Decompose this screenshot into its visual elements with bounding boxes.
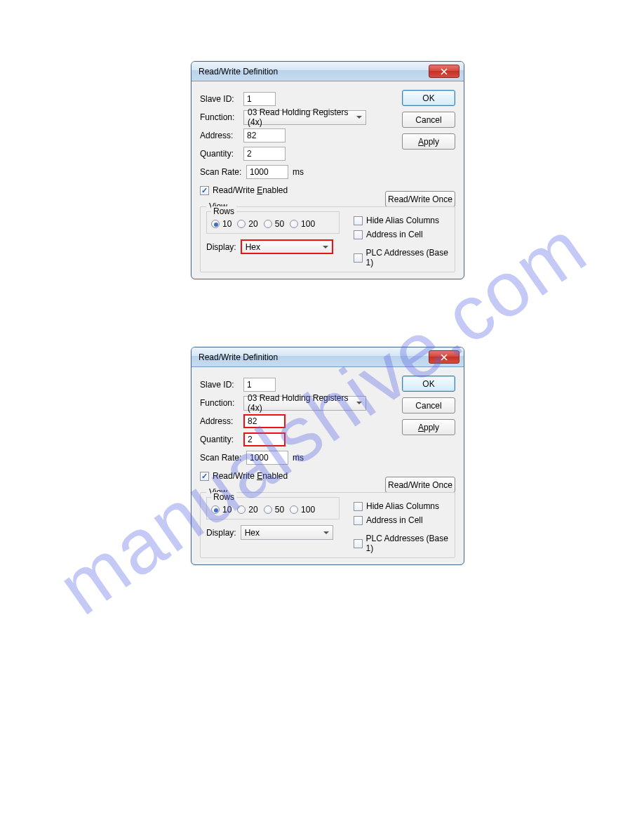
hide-alias-checkbox[interactable]: Hide Alias Columns <box>354 501 439 511</box>
display-value: Hex <box>246 242 260 252</box>
titlebar[interactable]: Read/Write Definition <box>192 348 464 367</box>
hide-alias-label: Hide Alias Columns <box>366 501 439 511</box>
function-select[interactable]: 03 Read Holding Registers (4x) <box>243 110 366 125</box>
slave-id-input[interactable] <box>243 378 276 392</box>
rows-legend: Rows <box>211 206 236 216</box>
address-in-cell-label: Address in Cell <box>366 230 423 239</box>
scan-rate-label: Scan Rate: <box>200 453 246 463</box>
checkbox-icon <box>354 516 363 525</box>
address-input[interactable] <box>243 414 286 428</box>
checkbox-icon <box>200 472 209 481</box>
quantity-input[interactable] <box>243 432 286 446</box>
slave-id-label: Slave ID: <box>200 94 243 104</box>
rows-10-radio[interactable]: 10 <box>211 505 232 515</box>
radio-icon <box>211 505 220 514</box>
checkbox-icon <box>354 539 363 548</box>
function-label: Function: <box>200 112 243 122</box>
plc-label: PLC Addresses (Base 1) <box>366 248 455 267</box>
scan-rate-input[interactable] <box>246 165 288 179</box>
address-in-cell-label: Address in Cell <box>366 515 423 525</box>
checkbox-icon <box>354 216 363 225</box>
rows-10-radio[interactable]: 10 <box>211 219 232 229</box>
rows-50-radio[interactable]: 50 <box>264 505 284 515</box>
radio-icon <box>211 220 220 228</box>
rw-enabled-label: Read/Write Enabled <box>213 185 288 195</box>
quantity-input[interactable] <box>243 147 286 161</box>
radio-icon <box>237 220 246 228</box>
rows-20-radio[interactable]: 20 <box>237 505 257 515</box>
plc-label: PLC Addresses (Base 1) <box>366 534 455 553</box>
quantity-label: Quantity: <box>200 435 243 444</box>
radio-icon <box>237 505 246 514</box>
rows-100-label: 100 <box>301 219 315 229</box>
display-value: Hex <box>245 528 260 538</box>
plc-addresses-checkbox[interactable]: PLC Addresses (Base 1) <box>354 534 455 553</box>
radio-icon <box>264 505 272 514</box>
read-write-once-button[interactable]: Read/Write Once <box>385 477 455 493</box>
scan-rate-input[interactable] <box>246 451 288 465</box>
ok-button[interactable]: OK <box>402 90 455 106</box>
rows-50-label: 50 <box>275 219 284 229</box>
rw-enabled-checkbox[interactable]: Read/Write Enabled <box>200 185 288 195</box>
checkbox-icon <box>354 230 363 239</box>
rows-legend: Rows <box>211 492 236 502</box>
view-group: View Rows 10 20 50 100 Hide Alias Column… <box>200 206 455 272</box>
rows-10-label: 10 <box>222 505 232 515</box>
close-icon <box>441 354 448 361</box>
checkbox-icon <box>354 502 363 511</box>
apply-button[interactable]: Apply <box>402 419 455 435</box>
hide-alias-checkbox[interactable]: Hide Alias Columns <box>354 216 439 225</box>
titlebar[interactable]: Read/Write Definition <box>192 62 464 81</box>
read-write-definition-dialog-2: Read/Write Definition Slave ID: Function… <box>191 347 464 565</box>
cancel-button[interactable]: Cancel <box>402 112 455 128</box>
display-label: Display: <box>206 242 236 252</box>
address-label: Address: <box>200 416 243 426</box>
dialog-title: Read/Write Definition <box>199 352 429 362</box>
function-select[interactable]: 03 Read Holding Registers (4x) <box>243 396 366 411</box>
function-value: 03 Read Holding Registers (4x) <box>248 393 353 413</box>
scan-rate-unit: ms <box>293 453 304 463</box>
rows-50-label: 50 <box>275 505 284 515</box>
close-button[interactable] <box>429 350 459 364</box>
radio-icon <box>264 220 272 228</box>
address-input[interactable] <box>243 128 286 143</box>
rows-100-radio[interactable]: 100 <box>290 219 315 229</box>
scan-rate-unit: ms <box>293 167 304 177</box>
radio-icon <box>290 220 298 228</box>
dialog-title: Read/Write Definition <box>199 67 429 77</box>
slave-id-label: Slave ID: <box>200 380 243 390</box>
rows-group: Rows 10 20 50 100 <box>206 211 340 234</box>
display-select[interactable]: Hex <box>241 525 333 540</box>
ok-button[interactable]: OK <box>402 376 455 392</box>
close-button[interactable] <box>429 65 459 78</box>
scan-rate-label: Scan Rate: <box>200 167 246 177</box>
address-label: Address: <box>200 131 243 140</box>
rows-10-label: 10 <box>222 219 232 229</box>
address-in-cell-checkbox[interactable]: Address in Cell <box>354 230 439 239</box>
quantity-label: Quantity: <box>200 149 243 159</box>
slave-id-input[interactable] <box>243 92 276 106</box>
checkbox-icon <box>354 253 363 263</box>
checkbox-icon <box>200 186 209 195</box>
read-write-once-button[interactable]: Read/Write Once <box>385 191 455 207</box>
apply-button[interactable]: Apply <box>402 133 455 150</box>
function-value: 03 Read Holding Registers (4x) <box>248 107 353 127</box>
view-group: View Rows 10 20 50 100 Hide Alias Column… <box>200 492 455 558</box>
radio-icon <box>290 505 298 514</box>
rw-enabled-checkbox[interactable]: Read/Write Enabled <box>200 471 288 481</box>
display-label: Display: <box>206 528 236 538</box>
rows-100-radio[interactable]: 100 <box>290 505 315 515</box>
rows-20-label: 20 <box>248 219 257 229</box>
rw-enabled-label: Read/Write Enabled <box>213 471 288 481</box>
cancel-button[interactable]: Cancel <box>402 397 455 413</box>
hide-alias-label: Hide Alias Columns <box>366 216 439 225</box>
read-write-definition-dialog-1: Read/Write Definition Slave ID: Function… <box>191 61 464 279</box>
rows-50-radio[interactable]: 50 <box>264 219 284 229</box>
rows-100-label: 100 <box>301 505 315 515</box>
display-select[interactable]: Hex <box>241 239 333 254</box>
function-label: Function: <box>200 398 243 408</box>
rows-20-label: 20 <box>248 505 257 515</box>
rows-20-radio[interactable]: 20 <box>237 219 257 229</box>
plc-addresses-checkbox[interactable]: PLC Addresses (Base 1) <box>354 248 455 267</box>
address-in-cell-checkbox[interactable]: Address in Cell <box>354 515 439 525</box>
